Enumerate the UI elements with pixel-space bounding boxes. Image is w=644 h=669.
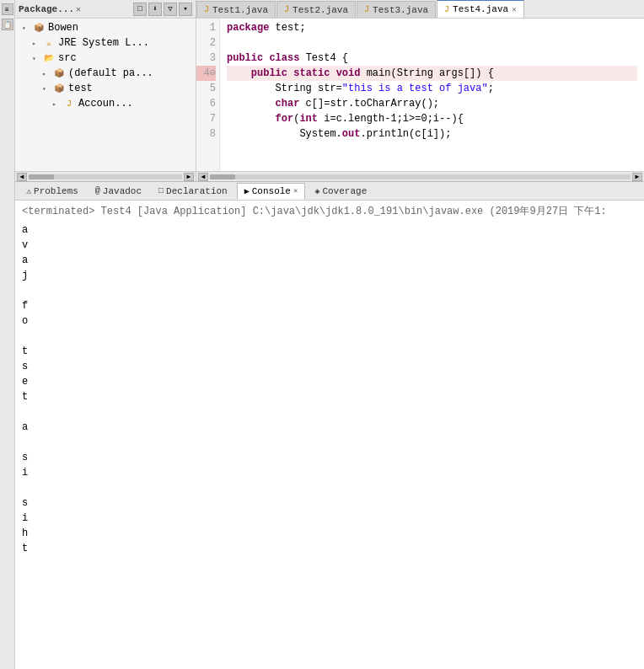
left-toolbar: ≡ 📋: [0, 0, 15, 669]
sidebar-scroll-left[interactable]: ◀: [17, 173, 27, 181]
sidebar-scroll-thumb[interactable]: [29, 174, 54, 179]
main-layout: Package... ✕ □ ⬇ ▽ ▾ ▾ 📦 Bowen: [15, 0, 644, 182]
tree-label-bowen: Bowen: [48, 22, 78, 34]
sidebar-toolbar: Package... ✕ □ ⬇ ▽ ▾: [15, 0, 196, 19]
problems-icon: ⚠: [26, 186, 31, 196]
tree-arrow-jre: ▸: [32, 40, 42, 47]
code-editor: 1 2 3 4⊖ 5 6 7 8 package test; public cl…: [196, 19, 644, 171]
tab-problems[interactable]: ⚠ Problems: [19, 183, 86, 200]
declaration-icon: □: [158, 186, 164, 195]
jre-icon: ☕: [42, 37, 56, 49]
tree-arrow-test: ▾: [42, 85, 52, 93]
main-window: ≡ 📋 Package... ✕ □ ⬇ ▽ ▾: [0, 0, 644, 669]
ln-8: 8: [196, 126, 216, 142]
content-area: Package... ✕ □ ⬇ ▽ ▾ ▾ 📦 Bowen: [15, 0, 644, 669]
sidebar-close-icon[interactable]: ✕: [76, 4, 81, 14]
tab-label-declaration: Declaration: [166, 186, 228, 196]
code-content[interactable]: package test; public class Test4 { publi…: [220, 19, 644, 171]
code-line-1: package test;: [227, 20, 637, 35]
sidebar-scroll-right[interactable]: ▶: [184, 173, 194, 181]
tab-label-test3: Test3.java: [373, 5, 428, 15]
sidebar-toolbar-icon4[interactable]: ▾: [179, 3, 192, 16]
editor-scroll-left[interactable]: ◀: [198, 173, 208, 181]
console-tab-close[interactable]: ✕: [293, 186, 298, 195]
test-pkg-icon: 📦: [52, 83, 66, 94]
code-line-4: public static void main(String args[]) {: [227, 66, 637, 81]
console-terminated-text: <terminated> Test4 [Java Application] C:…: [22, 204, 637, 219]
left-icon-2[interactable]: 📋: [2, 19, 13, 30]
tree-arrow-bowen: ▾: [22, 24, 32, 32]
editor-hscroll: ◀ ▶: [196, 171, 644, 181]
tree-label-account: Accoun...: [78, 98, 133, 110]
bottom-tab-bar: ⚠ Problems @ Javadoc □ Declaration ▶ Con…: [15, 182, 644, 201]
tab-coverage[interactable]: ◈ Coverage: [307, 183, 374, 200]
tree-item-src[interactable]: ▾ 📂 src: [15, 51, 196, 66]
coverage-icon: ◈: [314, 186, 319, 196]
tab-icon-test3: J: [364, 5, 369, 14]
tab-test4[interactable]: J Test4.java ✕: [437, 0, 523, 18]
tab-icon-test2: J: [284, 5, 289, 14]
tab-label-test2: Test2.java: [292, 5, 348, 15]
tab-label-test4: Test4.java: [453, 4, 508, 14]
java-file-icon: J: [62, 98, 76, 110]
tree-item-test[interactable]: ▾ 📦 test: [15, 81, 196, 96]
ln-2: 2: [196, 35, 216, 51]
tab-javadoc[interactable]: @ Javadoc: [88, 183, 149, 200]
code-line-6: char c[]=str.toCharArray();: [227, 96, 637, 111]
console-output: a v a j f o t s e t a s i s i h t: [22, 222, 637, 556]
tree-arrow-default: ▸: [42, 70, 52, 78]
ln-3: 3: [196, 51, 216, 66]
code-line-3: public class Test4 {: [227, 51, 637, 66]
ln-4: 4⊖: [196, 66, 216, 81]
tab-console[interactable]: ▶ Console ✕: [237, 183, 306, 200]
ln-6: 6: [196, 96, 216, 111]
ln-7: 7: [196, 111, 216, 126]
sidebar-toolbar-icon3[interactable]: ▽: [164, 3, 177, 16]
code-line-5: String str="this is a test of java";: [227, 81, 637, 96]
tab-icon-test4: J: [444, 5, 449, 14]
tab-label-test1: Test1.java: [212, 5, 268, 15]
left-icon-1[interactable]: ≡: [2, 3, 13, 15]
line-numbers: 1 2 3 4⊖ 5 6 7 8: [196, 19, 220, 171]
editor-scroll-right[interactable]: ▶: [632, 173, 642, 181]
tab-label-problems: Problems: [34, 186, 78, 196]
tree-arrow-src: ▾: [32, 55, 42, 62]
code-line-8: System.out.println(c[i]);: [227, 126, 637, 142]
tree-item-account[interactable]: ▸ J Accoun...: [15, 96, 196, 111]
tree-item-default-pkg[interactable]: ▸ 📦 (default pa...: [15, 66, 196, 81]
tree-item-jre[interactable]: ▸ ☕ JRE System L...: [15, 35, 196, 51]
tab-label-javadoc: Javadoc: [103, 186, 142, 196]
console-icon: ▶: [244, 186, 250, 196]
tree-item-bowen[interactable]: ▾ 📦 Bowen: [15, 20, 196, 35]
bottom-panel: ⚠ Problems @ Javadoc □ Declaration ▶ Con…: [15, 182, 644, 669]
sidebar-scroll-track: [29, 174, 182, 179]
code-line-7: for(int i=c.length-1;i>=0;i--){: [227, 111, 637, 126]
sidebar-toolbar-icon1[interactable]: □: [133, 3, 147, 16]
sidebar-tree: ▾ 📦 Bowen ▸ ☕ JRE System L... ▾ 📂 src: [15, 19, 196, 171]
ln-1: 1: [196, 20, 216, 35]
tab-test2[interactable]: J Test2.java: [276, 1, 356, 18]
package-icon: 📦: [32, 22, 46, 34]
tree-label-default: (default pa...: [68, 67, 153, 79]
default-pkg-icon: 📦: [52, 67, 66, 79]
code-line-2: [227, 35, 637, 51]
tab-label-console: Console: [252, 186, 291, 196]
tab-declaration[interactable]: □ Declaration: [151, 183, 235, 200]
tab-label-coverage: Coverage: [322, 186, 367, 196]
tab-test1[interactable]: J Test1.java: [196, 1, 276, 18]
sidebar: Package... ✕ □ ⬇ ▽ ▾ ▾ 📦 Bowen: [15, 0, 196, 181]
sidebar-title: Package...: [19, 4, 74, 14]
src-icon: 📂: [42, 52, 56, 64]
javadoc-icon: @: [95, 186, 100, 195]
tree-label-test: test: [68, 83, 93, 94]
tree-arrow-account: ▸: [52, 100, 62, 108]
editor-area: J Test1.java J Test2.java J Test3.java J…: [196, 0, 644, 181]
editor-scroll-thumb[interactable]: [210, 174, 235, 179]
tab-close-test4[interactable]: ✕: [512, 5, 516, 14]
tree-label-src: src: [58, 52, 77, 64]
sidebar-toolbar-icon2[interactable]: ⬇: [148, 3, 162, 16]
tab-test3[interactable]: J Test3.java: [357, 1, 436, 18]
console-area[interactable]: <terminated> Test4 [Java Application] C:…: [15, 201, 644, 669]
ln-5: 5: [196, 81, 216, 96]
tree-label-jre: JRE System L...: [58, 37, 149, 49]
